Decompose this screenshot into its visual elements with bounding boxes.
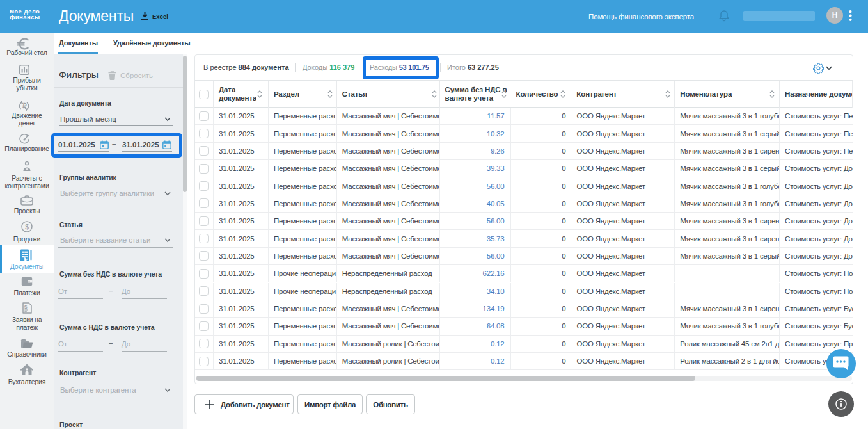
svg-text:₽: ₽: [22, 102, 27, 109]
svg-text:$: $: [24, 304, 28, 310]
svg-text:$: $: [25, 223, 29, 231]
